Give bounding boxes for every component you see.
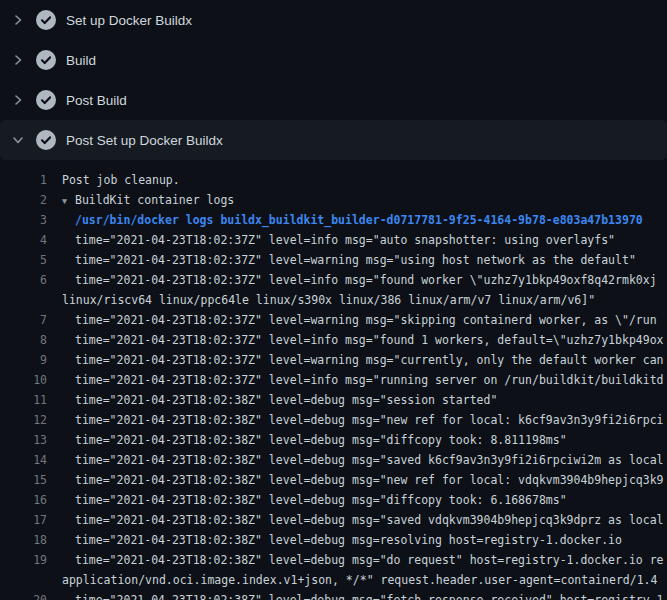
chevron-right-icon xyxy=(12,54,36,66)
line-number[interactable]: 8 xyxy=(0,330,47,350)
log-text: time="2021-04-23T18:02:38Z" level=debug … xyxy=(75,550,664,570)
log-viewer: 1Post job cleanup.2▼BuildKit container l… xyxy=(0,160,667,600)
log-text: time="2021-04-23T18:02:38Z" level=debug … xyxy=(75,490,567,510)
step-label: Set up Docker Buildx xyxy=(66,13,192,28)
step-header-post-build[interactable]: Post Build xyxy=(0,80,667,120)
chevron-down-icon xyxy=(12,134,36,146)
log-line: 4time="2021-04-23T18:02:37Z" level=info … xyxy=(0,230,667,250)
log-line: 14time="2021-04-23T18:02:38Z" level=debu… xyxy=(0,450,667,470)
log-text: time="2021-04-23T18:02:38Z" level=debug … xyxy=(75,410,664,430)
line-number[interactable]: 19 xyxy=(0,550,47,570)
log-line: 11time="2021-04-23T18:02:38Z" level=debu… xyxy=(0,390,667,410)
triangle-down-icon: ▼ xyxy=(62,191,75,211)
log-text: time="2021-04-23T18:02:38Z" level=debug … xyxy=(75,470,664,490)
log-group-label: BuildKit container logs xyxy=(75,193,234,207)
line-number[interactable]: 6 xyxy=(0,270,47,290)
log-text: time="2021-04-23T18:02:37Z" level=warnin… xyxy=(75,310,657,330)
log-line: 12time="2021-04-23T18:02:38Z" level=debu… xyxy=(0,410,667,430)
log-line: 6time="2021-04-23T18:02:37Z" level=info … xyxy=(0,270,667,290)
check-circle-icon xyxy=(36,90,56,110)
log-text: time="2021-04-23T18:02:38Z" level=debug … xyxy=(75,390,497,410)
log-text: application/vnd.oci.image.index.v1+json,… xyxy=(62,570,657,590)
step-list: Set up Docker BuildxBuildPost BuildPost … xyxy=(0,0,667,160)
line-number[interactable]: 12 xyxy=(0,410,47,430)
log-text: time="2021-04-23T18:02:37Z" level=warnin… xyxy=(75,250,636,270)
step-header-post-set-up-docker-buildx[interactable]: Post Set up Docker Buildx xyxy=(0,120,667,160)
log-line: 5time="2021-04-23T18:02:37Z" level=warni… xyxy=(0,250,667,270)
line-number[interactable]: 13 xyxy=(0,430,47,450)
log-line: 16time="2021-04-23T18:02:38Z" level=debu… xyxy=(0,490,667,510)
log-text: time="2021-04-23T18:02:38Z" level=debug … xyxy=(75,530,622,550)
line-number[interactable]: 5 xyxy=(0,250,47,270)
line-number[interactable]: 3 xyxy=(0,210,47,230)
line-number[interactable]: 20 xyxy=(0,590,47,600)
chevron-right-icon xyxy=(12,14,36,26)
check-circle-icon xyxy=(36,10,56,30)
line-number[interactable]: 9 xyxy=(0,350,47,370)
log-text: time="2021-04-23T18:02:37Z" level=warnin… xyxy=(75,350,664,370)
step-label: Post Set up Docker Buildx xyxy=(66,133,223,148)
log-line: 18time="2021-04-23T18:02:38Z" level=debu… xyxy=(0,530,667,550)
log-line: 3/usr/bin/docker logs buildx_buildkit_bu… xyxy=(0,210,667,230)
log-text: time="2021-04-23T18:02:38Z" level=debug … xyxy=(75,450,664,470)
log-line: 7time="2021-04-23T18:02:37Z" level=warni… xyxy=(0,310,667,330)
line-number[interactable]: 4 xyxy=(0,230,47,250)
line-number[interactable]: 14 xyxy=(0,450,47,470)
log-line: 15time="2021-04-23T18:02:38Z" level=debu… xyxy=(0,470,667,490)
log-group-header[interactable]: ▼BuildKit container logs xyxy=(62,190,234,210)
log-line: 1Post job cleanup. xyxy=(0,170,667,190)
check-circle-icon xyxy=(36,50,56,70)
log-line: 20time="2021-04-23T18:02:38Z" level=debu… xyxy=(0,590,667,600)
line-number[interactable]: 17 xyxy=(0,510,47,530)
log-line: 19time="2021-04-23T18:02:38Z" level=debu… xyxy=(0,550,667,570)
line-number[interactable]: 2 xyxy=(0,190,47,210)
step-label: Build xyxy=(66,53,96,68)
line-number xyxy=(0,570,47,590)
log-line: 10time="2021-04-23T18:02:37Z" level=info… xyxy=(0,370,667,390)
line-number[interactable]: 18 xyxy=(0,530,47,550)
line-number[interactable]: 16 xyxy=(0,490,47,510)
check-circle-icon xyxy=(36,130,56,150)
log-line: 9time="2021-04-23T18:02:37Z" level=warni… xyxy=(0,350,667,370)
line-number xyxy=(0,290,47,310)
line-number[interactable]: 7 xyxy=(0,310,47,330)
line-number[interactable]: 1 xyxy=(0,170,47,190)
log-line: 13time="2021-04-23T18:02:38Z" level=debu… xyxy=(0,430,667,450)
log-text: time="2021-04-23T18:02:38Z" level=debug … xyxy=(75,510,664,530)
line-number[interactable]: 10 xyxy=(0,370,47,390)
log-line: 17time="2021-04-23T18:02:38Z" level=debu… xyxy=(0,510,667,530)
log-text: time="2021-04-23T18:02:37Z" level=info m… xyxy=(75,370,664,390)
line-number[interactable]: 15 xyxy=(0,470,47,490)
log-line-continuation: linux/riscv64 linux/ppc64le linux/s390x … xyxy=(0,290,667,310)
log-text: time="2021-04-23T18:02:37Z" level=info m… xyxy=(75,270,657,290)
log-text: time="2021-04-23T18:02:37Z" level=info m… xyxy=(75,330,664,350)
chevron-right-icon xyxy=(12,94,36,106)
log-line: 8time="2021-04-23T18:02:37Z" level=info … xyxy=(0,330,667,350)
log-text: Post job cleanup. xyxy=(62,170,180,190)
step-label: Post Build xyxy=(66,93,127,108)
log-text: time="2021-04-23T18:02:38Z" level=debug … xyxy=(75,430,567,450)
log-command-text: /usr/bin/docker logs buildx_buildkit_bui… xyxy=(75,210,643,230)
step-header-build[interactable]: Build xyxy=(0,40,667,80)
log-text: time="2021-04-23T18:02:38Z" level=debug … xyxy=(75,590,664,600)
log-text: time="2021-04-23T18:02:37Z" level=info m… xyxy=(75,230,615,250)
log-line: 2▼BuildKit container logs xyxy=(0,190,667,210)
step-header-set-up-docker-buildx[interactable]: Set up Docker Buildx xyxy=(0,0,667,40)
log-text: linux/riscv64 linux/ppc64le linux/s390x … xyxy=(62,290,595,310)
log-line-continuation: application/vnd.oci.image.index.v1+json,… xyxy=(0,570,667,590)
line-number[interactable]: 11 xyxy=(0,390,47,410)
